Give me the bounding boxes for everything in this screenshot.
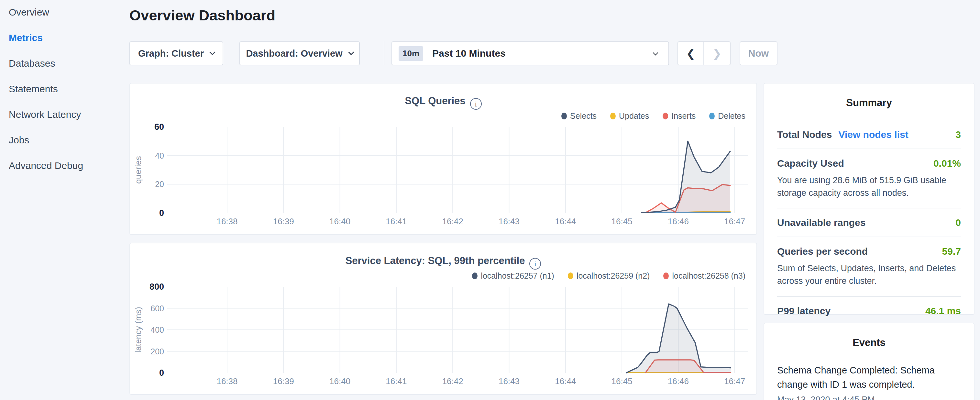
chart-title-row: Service Latency: SQL, 99th percentilei xyxy=(130,255,756,269)
summary-row-value: 59.7 xyxy=(942,246,961,257)
svg-text:200: 200 xyxy=(150,347,164,356)
legend-dot-icon xyxy=(663,273,669,279)
main-header: Overview Dashboard Graph: Cluster Dashbo… xyxy=(129,0,980,24)
graph-dropdown[interactable]: Graph: Cluster xyxy=(129,41,223,65)
view-nodes-list-link[interactable]: View nodes list xyxy=(838,129,908,140)
chevron-down-icon xyxy=(653,50,659,56)
svg-text:latency (ms): latency (ms) xyxy=(133,307,143,353)
svg-text:16:41: 16:41 xyxy=(386,376,407,386)
sidebar-item-metrics[interactable]: Metrics xyxy=(9,32,129,43)
summary-row-value: 0 xyxy=(955,217,961,228)
summary-row-label: Capacity Used xyxy=(777,158,844,169)
sidebar-item-network-latency[interactable]: Network Latency xyxy=(9,109,129,120)
svg-text:16:42: 16:42 xyxy=(442,376,463,386)
summary-rows: Total NodesView nodes list3Capacity Used… xyxy=(777,120,961,325)
summary-row: Unavailable ranges0 xyxy=(777,209,961,237)
info-icon[interactable]: i xyxy=(529,258,541,269)
info-icon[interactable]: i xyxy=(470,98,482,110)
dashboard-dropdown-label: Dashboard: Overview xyxy=(246,48,342,59)
svg-text:16:45: 16:45 xyxy=(611,376,633,386)
summary-row-value: 46.1 ms xyxy=(925,306,961,317)
summary-row-value: 0.01% xyxy=(934,158,961,169)
svg-text:0: 0 xyxy=(159,368,164,378)
event-timestamp: May 13, 2020 at 4:45 PM xyxy=(777,395,961,400)
chart-title-row: SQL Queriesi xyxy=(130,95,756,110)
svg-text:40: 40 xyxy=(155,151,164,160)
svg-text:16:44: 16:44 xyxy=(555,217,576,226)
sql-queries-chart-card: SQL Queriesi SelectsUpdatesInsertsDelete… xyxy=(129,83,757,235)
summary-row: Total NodesView nodes list3 xyxy=(777,120,961,149)
time-back-button[interactable]: ❮ xyxy=(678,42,704,65)
dashboard-dropdown[interactable]: Dashboard: Overview xyxy=(239,41,360,65)
service-latency-chart-card: Service Latency: SQL, 99th percentilei l… xyxy=(129,243,757,395)
legend-label: localhost:26257 (n1) xyxy=(481,271,554,280)
chevron-down-icon xyxy=(209,49,215,55)
legend-dot-icon xyxy=(472,273,477,279)
time-range-badge: 10m xyxy=(399,46,423,61)
svg-text:16:42: 16:42 xyxy=(442,217,463,226)
summary-row-value: 3 xyxy=(955,129,961,140)
legend-label: Updates xyxy=(619,112,649,121)
legend-label: Selects xyxy=(570,112,597,121)
legend-item[interactable]: localhost:26257 (n1) xyxy=(472,271,554,280)
svg-text:400: 400 xyxy=(150,325,164,334)
svg-text:16:47: 16:47 xyxy=(724,376,745,386)
summary-row: Capacity Used0.01%You are using 28.6 MiB… xyxy=(777,149,961,209)
events-title: Events xyxy=(777,337,961,349)
events-list: Schema Change Completed: Schema change w… xyxy=(777,363,961,400)
event-item[interactable]: Schema Change Completed: Schema change w… xyxy=(777,363,961,400)
summary-row: Queries per second59.7Sum of Selects, Up… xyxy=(777,237,961,296)
sql-queries-chart: 020406016:3816:3916:4016:4116:4216:4316:… xyxy=(133,122,754,234)
sidebar-item-jobs[interactable]: Jobs xyxy=(9,135,129,145)
time-range-picker[interactable]: 10m Past 10 Minutes xyxy=(391,41,669,65)
svg-text:16:41: 16:41 xyxy=(386,217,407,226)
sidebar-item-statements[interactable]: Statements xyxy=(9,83,129,94)
svg-text:16:46: 16:46 xyxy=(668,217,689,226)
legend-label: localhost:26259 (n2) xyxy=(576,271,650,280)
svg-text:16:43: 16:43 xyxy=(499,217,520,226)
sidebar-item-overview[interactable]: Overview xyxy=(9,7,129,18)
legend-item[interactable]: localhost:26259 (n2) xyxy=(568,271,650,280)
legend-dot-icon xyxy=(568,273,573,279)
now-button: Now xyxy=(740,41,778,65)
sidebar-item-databases[interactable]: Databases xyxy=(9,58,129,69)
controls-bar: Graph: Cluster Dashboard: Overview 10m P… xyxy=(129,41,778,65)
legend-item[interactable]: Selects xyxy=(562,112,597,121)
legend-item[interactable]: Deletes xyxy=(709,112,745,121)
svg-text:16:40: 16:40 xyxy=(329,376,350,386)
svg-text:60: 60 xyxy=(154,122,164,132)
summary-row-label: P99 latency xyxy=(777,306,830,317)
legend-item[interactable]: localhost:26258 (n3) xyxy=(663,271,745,280)
svg-text:16:45: 16:45 xyxy=(611,217,633,226)
graph-dropdown-label: Graph: Cluster xyxy=(138,48,204,59)
svg-text:16:39: 16:39 xyxy=(273,217,294,226)
chart-legend: SelectsUpdatesInsertsDeletes xyxy=(548,112,745,121)
legend-item[interactable]: Inserts xyxy=(663,112,695,121)
svg-text:16:44: 16:44 xyxy=(555,376,576,386)
chart-title: Service Latency: SQL, 99th percentile xyxy=(345,255,525,266)
summary-title: Summary xyxy=(777,97,961,109)
legend-dot-icon xyxy=(610,113,616,120)
svg-text:queries: queries xyxy=(133,156,143,183)
svg-text:0: 0 xyxy=(159,208,164,218)
summary-row-description: Sum of Selects, Updates, Inserts, and De… xyxy=(777,262,961,287)
summary-row-label: Total Nodes xyxy=(777,129,832,140)
legend-item[interactable]: Updates xyxy=(610,112,649,121)
legend-label: Deletes xyxy=(718,112,745,121)
sidebar-item-advanced-debug[interactable]: Advanced Debug xyxy=(9,160,129,171)
svg-text:16:46: 16:46 xyxy=(668,376,689,386)
svg-text:16:38: 16:38 xyxy=(216,217,237,226)
sidebar-nav: OverviewMetricsDatabasesStatementsNetwor… xyxy=(0,0,129,400)
summary-row-label: Unavailable ranges xyxy=(777,217,865,228)
svg-text:600: 600 xyxy=(150,304,164,313)
svg-text:16:38: 16:38 xyxy=(216,376,237,386)
time-forward-button: ❯ xyxy=(704,42,730,65)
legend-dot-icon xyxy=(709,113,715,120)
service-latency-chart: 020040060080016:3816:3916:4016:4116:4216… xyxy=(133,282,754,394)
page-title: Overview Dashboard xyxy=(129,7,980,24)
time-step-buttons: ❮ ❯ xyxy=(678,41,730,65)
svg-text:16:47: 16:47 xyxy=(724,217,745,226)
summary-row-description: You are using 28.6 MiB of 515.9 GiB usab… xyxy=(777,174,961,199)
svg-text:800: 800 xyxy=(150,282,164,292)
summary-row-label: Queries per second xyxy=(777,246,868,257)
